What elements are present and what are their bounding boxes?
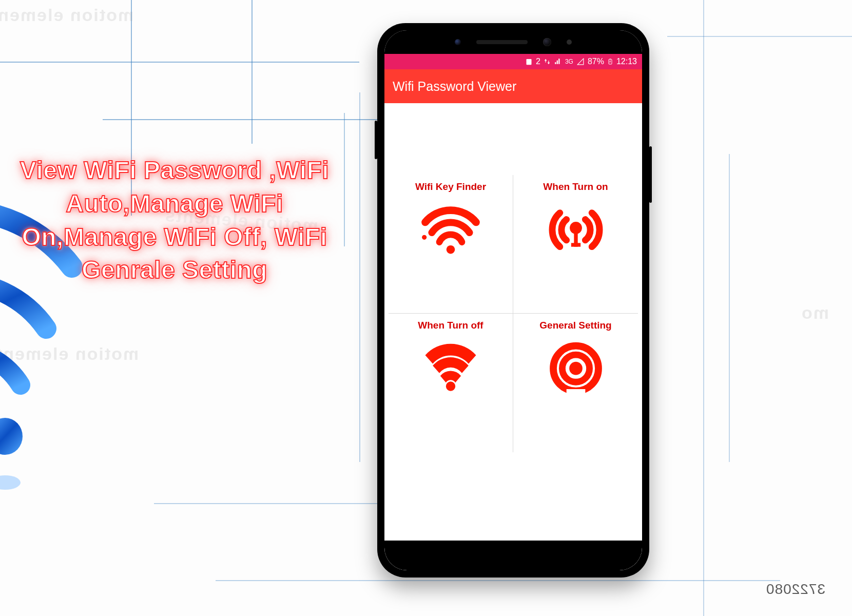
decoration-line: [344, 113, 345, 246]
decoration-line: [216, 580, 780, 581]
decoration-line: [703, 0, 704, 616]
tile-grid: Wifi Key Finder: [389, 175, 638, 452]
tile-when-turn-on[interactable]: When Turn on: [513, 175, 638, 314]
sim-indicator-number: 2: [536, 57, 540, 66]
speaker-grille: [476, 40, 528, 44]
decoration-line: [359, 92, 360, 462]
sim-indicator-icon: [525, 58, 533, 66]
tile-label: When Turn on: [543, 181, 608, 192]
data-arrows-icon: [544, 58, 551, 65]
phone-power-button: [649, 146, 652, 203]
tile-label: When Turn off: [418, 320, 483, 331]
signal-bars-icon: [554, 58, 562, 65]
battery-charging-icon: [607, 57, 613, 66]
watermark: mo: [801, 303, 829, 323]
svg-point-5: [447, 245, 455, 254]
app-title: Wifi Password Viewer: [393, 79, 516, 94]
phone-screen: 2 3G 87% 12:13 Wifi Password Viewer: [384, 30, 642, 570]
svg-point-6: [422, 235, 427, 240]
decoration-line: [0, 62, 359, 63]
wifi-key-icon: [417, 200, 484, 258]
promo-headline: View WiFi Password ,WiFi Auto,Manage WiF…: [15, 154, 334, 287]
svg-point-10: [446, 381, 455, 391]
svg-point-0: [0, 418, 23, 455]
wifi-target-icon: [543, 338, 609, 397]
tile-when-turn-off[interactable]: When Turn off: [389, 314, 513, 452]
phone-mockup: 2 3G 87% 12:13 Wifi Password Viewer: [377, 23, 649, 578]
proximity-sensor: [455, 39, 461, 45]
phone-sensor-bar: [384, 30, 642, 54]
phone-volume-button: [375, 121, 377, 159]
phone-chin: [384, 541, 642, 570]
sensor-dot: [567, 40, 572, 45]
wifi-off-icon: [417, 338, 484, 397]
app-content: Wifi Key Finder: [384, 103, 642, 541]
tile-label: Wifi Key Finder: [415, 181, 486, 192]
svg-point-1: [0, 475, 21, 490]
android-status-bar: 2 3G 87% 12:13: [384, 54, 642, 69]
svg-rect-2: [527, 59, 532, 64]
svg-rect-4: [609, 59, 611, 60]
tile-general-setting[interactable]: General Setting: [513, 314, 638, 452]
svg-point-13: [569, 362, 583, 375]
decoration-line: [667, 36, 852, 37]
svg-rect-14: [566, 389, 585, 395]
watermark: motion elements: [0, 5, 133, 25]
app-action-bar: Wifi Password Viewer: [384, 69, 642, 103]
clock-label: 12:13: [616, 57, 637, 66]
image-id-number: 3722080: [766, 581, 825, 598]
decoration-line: [729, 154, 730, 462]
wifi-on-icon: [543, 200, 609, 258]
decoration-line: [251, 0, 253, 144]
tile-wifi-key-finder[interactable]: Wifi Key Finder: [389, 175, 513, 314]
front-camera: [543, 38, 551, 46]
battery-percent-label: 87%: [588, 57, 604, 66]
tile-label: General Setting: [539, 320, 611, 331]
signal-frame-icon: [576, 58, 585, 65]
svg-rect-9: [571, 243, 580, 246]
network-type-label: 3G: [565, 58, 573, 65]
